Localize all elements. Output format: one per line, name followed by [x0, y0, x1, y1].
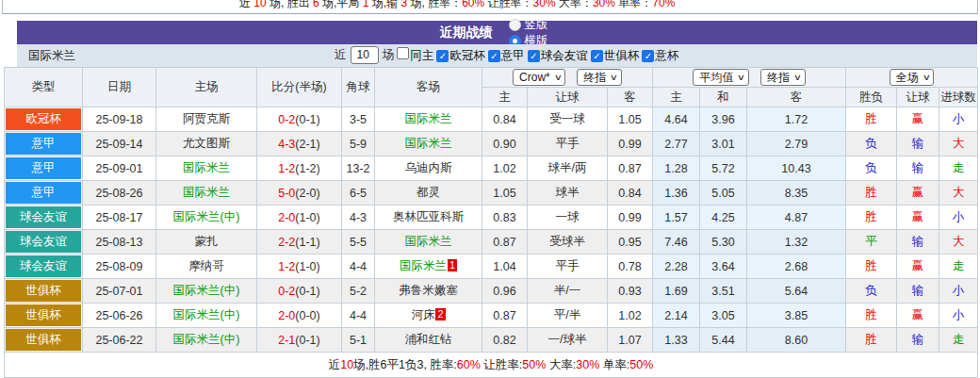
- away-team-cell: 国际米兰1: [375, 255, 482, 279]
- handicap-result: 输: [897, 156, 939, 181]
- corner-count: 4-3: [342, 205, 375, 230]
- match-type-badge: 世俱杯: [6, 329, 81, 351]
- match-type-badge: 意甲: [6, 182, 81, 204]
- euro-home-odds: 1.33: [653, 328, 700, 353]
- text-segment: 场, 胜率：: [407, 0, 462, 9]
- match-count-select[interactable]: 10: [351, 46, 379, 64]
- team-name: 国际米兰(中): [173, 308, 240, 321]
- hcp-away-odds: 0.78: [608, 255, 653, 279]
- radio-icon[interactable]: [509, 19, 521, 31]
- table-row: 球会友谊25-08-17国际米兰(中)2-0(1-0)4-3奥林匹亚科斯0.83…: [5, 205, 978, 230]
- checkbox-label: 世俱杯: [604, 49, 640, 62]
- team-name: 国际米兰(中): [173, 284, 240, 297]
- euro-away-odds: 8.35: [747, 181, 846, 205]
- col-header-goals: 进球数: [939, 88, 978, 107]
- home-team-cell: 国际米兰: [156, 156, 257, 181]
- euro-draw-odds: 3.05: [700, 304, 747, 328]
- handicap-result: 输: [897, 132, 939, 156]
- table-row: 世俱杯25-06-22国际米兰(中)2-1(0-1)5-1浦和红钻0.82一/球…: [5, 328, 978, 353]
- winloss-result: 负: [846, 156, 897, 181]
- text-segment: 近: [329, 358, 341, 371]
- full-time-score: 2-0: [278, 309, 295, 322]
- full-time-score: 1-2: [278, 260, 295, 273]
- checkbox-checked-icon[interactable]: ✓: [436, 50, 449, 62]
- team-name: 国际米兰: [28, 48, 75, 64]
- full-time-score: 0-2: [278, 113, 295, 126]
- col-header-euro-home: 主: [653, 88, 700, 107]
- match-type-badge: 意甲: [6, 157, 81, 179]
- header-dropdown-select[interactable]: 平均值∨: [693, 69, 749, 86]
- red-number-badge: 1: [448, 259, 457, 271]
- red-number-badge: 2: [435, 308, 445, 320]
- hcp-home-odds: 0.83: [482, 205, 528, 230]
- match-type-badge: 意甲: [6, 133, 81, 155]
- text-segment: 30%: [533, 0, 556, 9]
- winloss-result: 胜: [846, 107, 897, 132]
- text-segment: 大率：: [556, 0, 593, 9]
- hcp-line: 平/半: [528, 304, 608, 328]
- checkbox-checked-icon[interactable]: ✓: [591, 50, 603, 62]
- euro-away-odds: 5.64: [747, 279, 846, 304]
- chevron-down-icon: ∨: [553, 70, 562, 85]
- team-name: 国际米兰: [405, 235, 452, 248]
- checkbox-checked-icon[interactable]: ✓: [488, 50, 500, 62]
- match-type-badge: 球会友谊: [6, 206, 81, 228]
- goals-result: 走: [939, 328, 978, 353]
- checkbox-checked-icon[interactable]: ✓: [642, 50, 654, 62]
- col-header-winloss: 胜负: [846, 88, 897, 107]
- hcp-line: 受一球: [528, 107, 608, 132]
- radio-option-unselected[interactable]: 竖版: [509, 17, 548, 33]
- corner-count: 3-5: [342, 107, 375, 132]
- home-team-cell: 国际米兰: [156, 181, 257, 205]
- match-date: 25-07-01: [83, 279, 156, 304]
- hcp-away-odds: 0.84: [608, 181, 653, 205]
- score-cell: 2-1(0-1): [257, 328, 342, 353]
- home-team-cell: 蒙扎: [156, 230, 257, 255]
- corner-count: 4-4: [342, 304, 375, 328]
- chevron-down-icon: ∨: [610, 70, 618, 85]
- table-row: 意甲25-08-26国际米兰5-0(2-0)6-5都灵1.05球半0.841.3…: [5, 181, 978, 205]
- match-type-cell: 世俱杯: [5, 279, 83, 304]
- hcp-line: 受球半: [528, 230, 608, 255]
- handicap-result: 赢: [897, 205, 939, 230]
- score-cell: 1-2(1-0): [257, 255, 342, 279]
- full-time-score: 1-2: [278, 162, 295, 175]
- hcp-home-odds: 0.96: [482, 279, 528, 304]
- checkbox-checked-icon[interactable]: ✓: [528, 50, 540, 62]
- team-name: 国际米兰: [183, 186, 230, 199]
- text-segment: 10: [340, 358, 353, 371]
- team-name: 奥林匹亚科斯: [393, 210, 464, 223]
- header-dropdown-select[interactable]: Crow*∨: [513, 69, 565, 86]
- corner-count: 5-2: [342, 279, 375, 304]
- league-checkbox-group: 同主✓欧冠杯✓意甲✓球会友谊✓世俱杯✓意杯: [394, 47, 678, 64]
- checkbox-label: 同主: [410, 49, 433, 62]
- goals-result: 小: [939, 205, 978, 230]
- euro-home-odds: 1.36: [653, 181, 700, 205]
- header-dropdown-select[interactable]: 终指∨: [577, 69, 622, 86]
- checkbox-label: 欧冠杯: [449, 49, 485, 62]
- winloss-result: 胜: [846, 205, 897, 230]
- half-time-score: (2-0): [295, 187, 319, 200]
- euro-draw-odds: 5.30: [700, 230, 747, 255]
- hcp-away-odds: 0.99: [608, 132, 653, 156]
- match-type-badge: 欧冠杯: [6, 108, 81, 130]
- header-dropdown-select[interactable]: 终指∨: [760, 69, 806, 86]
- hcp-line: 半/一: [528, 279, 608, 304]
- table-body: 欧冠杯25-09-18阿贾克斯0-2(0-1)3-5国际米兰0.84受一球1.0…: [5, 107, 978, 353]
- winloss-result: 负: [846, 279, 897, 304]
- euro-home-odds: 2.28: [653, 255, 700, 279]
- col-header-date: 日期: [83, 68, 156, 107]
- table-row: 意甲25-09-01国际米兰1-2(1-2)13-2乌迪内斯1.02球半/两0.…: [5, 156, 978, 181]
- match-type-cell: 球会友谊: [5, 205, 83, 230]
- match-date: 25-08-13: [83, 230, 156, 255]
- match-type-cell: 意甲: [5, 156, 83, 181]
- handicap-result: 输: [897, 328, 939, 353]
- away-team-cell: 都灵: [375, 181, 482, 205]
- text-segment: 近: [239, 0, 253, 9]
- checkbox-unchecked-icon[interactable]: [397, 47, 409, 59]
- euro-home-odds: 2.14: [653, 304, 700, 328]
- match-type-badge: 球会友谊: [6, 255, 81, 277]
- col-header-handicap-result: 让球: [897, 88, 939, 107]
- home-team-cell: 摩纳哥: [156, 255, 257, 279]
- header-dropdown-select[interactable]: 全场∨: [890, 69, 935, 86]
